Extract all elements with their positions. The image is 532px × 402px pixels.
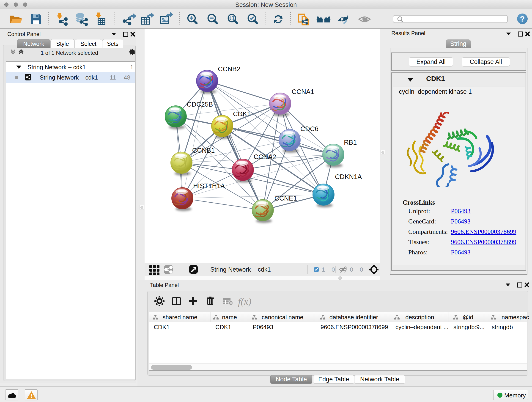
svg-text:CCNE1: CCNE1 <box>274 195 297 202</box>
svg-text:CCNA1: CCNA1 <box>292 88 314 95</box>
svg-text:CCNA2: CCNA2 <box>254 153 276 160</box>
svg-text:f(x): f(x) <box>238 296 251 307</box>
svg-text:RB1: RB1 <box>344 139 357 146</box>
svg-text:1 – 0: 1 – 0 <box>322 266 335 273</box>
svg-text:CDKN1A: CDKN1A <box>335 173 362 180</box>
svg-text:String Network – cdk1: String Network – cdk1 <box>210 266 271 273</box>
svg-text:CCNB1: CCNB1 <box>192 147 215 154</box>
svg-text:CDK1: CDK1 <box>233 110 251 118</box>
svg-text:0 – 0: 0 – 0 <box>350 266 363 273</box>
svg-text:CCNB2: CCNB2 <box>218 65 240 73</box>
svg-text:HIST1H1A: HIST1H1A <box>193 182 225 190</box>
svg-text:CDC6: CDC6 <box>300 125 318 133</box>
svg-text:CDC25B: CDC25B <box>187 101 213 108</box>
